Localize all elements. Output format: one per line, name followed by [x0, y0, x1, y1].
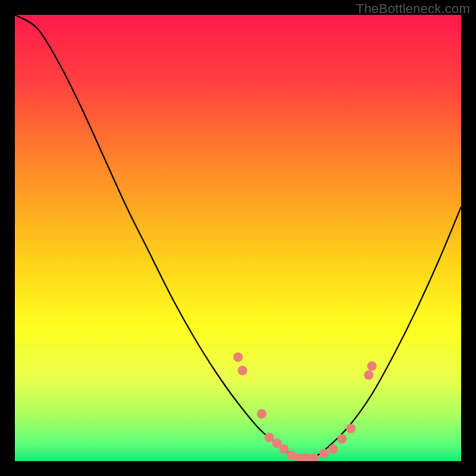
chart-frame: TheBottleneck.com	[0, 0, 476, 476]
background-gradient	[15, 15, 461, 461]
watermark-text: TheBottleneck.com	[356, 1, 470, 17]
plot-area	[15, 15, 461, 461]
